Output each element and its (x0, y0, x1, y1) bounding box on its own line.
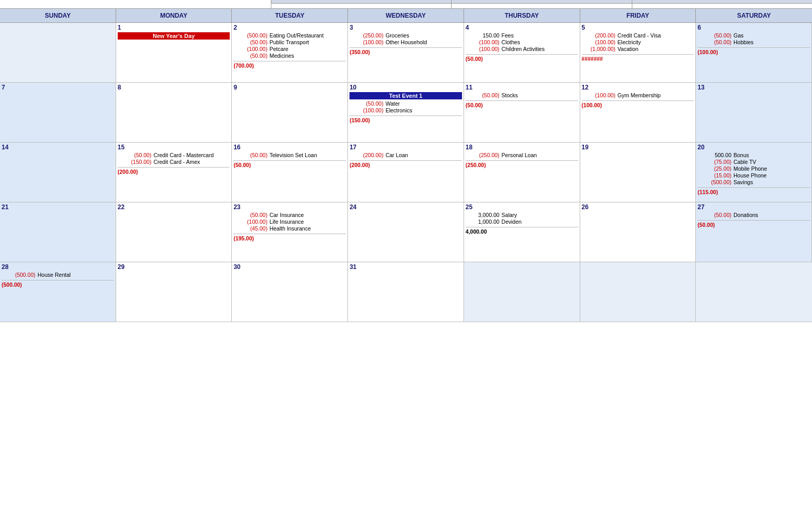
event-banner[interactable]: New Year's Day (118, 32, 230, 40)
entry: (50.00)Public Transport (233, 39, 346, 45)
cal-cell[interactable] (580, 262, 696, 322)
entry: (50.00)Medicines (233, 53, 346, 59)
day-number: 7 (2, 84, 114, 91)
entry-desc: Public Transport (269, 39, 309, 45)
cal-cell[interactable]: 8 (116, 83, 232, 143)
cal-cell[interactable]: 23(50.00)Car Insurance(100.00)Life Insur… (232, 202, 348, 262)
cal-cell[interactable]: 26 (580, 202, 696, 262)
entry: 1,000.00Deviden (466, 219, 578, 225)
cal-cell[interactable]: 18(250.00)Personal Loan(250.00) (464, 143, 580, 202)
cal-cell[interactable]: 17(200.00)Car Loan(200.00) (348, 143, 464, 202)
day-header-sunday: SUNDAY (0, 9, 116, 22)
day-header-friday: FRIDAY (580, 9, 696, 22)
entry-desc: Television Set Loan (269, 152, 317, 158)
entry: (500.00)Eating Out/Restaurant (233, 32, 346, 39)
day-number: 15 (118, 144, 230, 151)
entry-desc: Health Insurance (269, 225, 310, 232)
cal-cell[interactable]: 29 (116, 262, 232, 322)
entry-amount: 1,000.00 (466, 219, 499, 225)
cal-cell[interactable]: 20500.00Bonus(75.00)Cable TV(25.00)Mobil… (696, 143, 812, 202)
day-number: 5 (582, 24, 694, 31)
cal-cell[interactable]: 7 (0, 83, 116, 143)
entry-amount: 500.00 (697, 152, 731, 158)
cal-cell[interactable]: 28(500.00)House Rental(500.00) (0, 262, 116, 322)
cal-cell[interactable]: 4150.00Fees(100.00)Clothes(100.00)Childr… (464, 23, 580, 83)
day-number: 13 (697, 84, 810, 91)
cal-cell[interactable]: 16(50.00)Television Set Loan(50.00) (232, 143, 348, 202)
cal-cell[interactable]: 22 (116, 202, 232, 262)
day-number: 26 (582, 203, 694, 211)
entry-amount: 150.00 (466, 32, 499, 39)
entry: (25.00)Mobile Phone (697, 165, 810, 172)
entry-desc: Clothes (502, 39, 520, 45)
entry-amount: (100.00) (233, 219, 267, 225)
cal-cell[interactable]: 253,000.00Salary1,000.00Deviden4,000.00 (464, 202, 580, 262)
entry-amount: (50.00) (118, 152, 152, 158)
cal-cell[interactable] (464, 262, 580, 322)
day-header-wednesday: WEDNESDAY (348, 9, 464, 22)
day-number: 30 (233, 263, 346, 271)
entry-amount: (100.00) (349, 39, 383, 45)
entry-amount: 3,000.00 (466, 212, 499, 218)
cal-cell[interactable]: 14 (0, 143, 116, 202)
event-banner[interactable]: Test Event 1 (349, 92, 462, 99)
entry-amount: (500.00) (233, 32, 267, 39)
cal-cell[interactable]: 9 (232, 83, 348, 143)
cal-cell[interactable]: 13 (696, 83, 812, 143)
entry: (50.00)Gas (697, 32, 810, 39)
entry: (100.00)Life Insurance (233, 219, 346, 225)
day-total: (50.00) (466, 100, 578, 108)
day-total: (195.00) (233, 234, 346, 241)
cal-cell[interactable]: 1New Year's Day (116, 23, 232, 83)
cal-cell[interactable]: 11(50.00)Stocks(50.00) (464, 83, 580, 143)
entry-desc: Life Insurance (269, 219, 304, 225)
cal-cell[interactable]: 15(50.00)Credit Card - Mastercard(150.00… (116, 143, 232, 202)
entry-amount: (50.00) (697, 39, 731, 45)
calendar-header: SUNDAYMONDAYTUESDAYWEDNESDAYTHURSDAYFRID… (0, 9, 812, 23)
entry-desc: Credit Card - Amex (154, 159, 200, 165)
entry: (50.00)Credit Card - Mastercard (118, 152, 230, 158)
entry-amount: (1,000.00) (582, 46, 616, 52)
entry: (50.00)Television Set Loan (233, 152, 346, 158)
cal-cell[interactable]: 27(50.00)Donations(50.00) (696, 202, 812, 262)
day-number: 9 (233, 84, 346, 91)
expenses-block (451, 0, 631, 8)
entry-desc: Other Household (385, 39, 427, 45)
cal-cell[interactable]: 10Test Event 1(50.00)Water(100.00)Electr… (348, 83, 464, 143)
income-block (271, 0, 451, 8)
cal-cell[interactable]: 6(50.00)Gas(50.00)Hobbies(100.00) (696, 23, 812, 83)
entry-amount: (50.00) (466, 92, 499, 98)
day-total: (100.00) (582, 100, 694, 108)
cal-cell[interactable]: 24 (348, 202, 464, 262)
day-number: 18 (466, 144, 578, 151)
entry: (50.00)Hobbies (697, 39, 810, 45)
cal-cell[interactable]: 21 (0, 202, 116, 262)
cal-cell[interactable]: 31 (348, 262, 464, 322)
entry: (150.00)Credit Card - Amex (118, 159, 230, 165)
cal-cell[interactable]: 5(200.00)Credit Card - Visa(100.00)Elect… (580, 23, 696, 83)
calendar-body: 1New Year's Day2(500.00)Eating Out/Resta… (0, 23, 812, 322)
day-number: 11 (466, 84, 578, 91)
day-total: (150.00) (349, 116, 462, 123)
cal-cell[interactable]: 12(100.00)Gym Membership(100.00) (580, 83, 696, 143)
cal-cell[interactable] (0, 23, 116, 83)
entry: (45.00)Health Insurance (233, 225, 346, 232)
day-total: ####### (582, 54, 694, 62)
cal-cell[interactable] (696, 262, 812, 322)
day-total: (200.00) (349, 160, 462, 168)
cal-cell[interactable]: 3(250.00)Groceries(100.00)Other Househol… (348, 23, 464, 83)
entry-amount: (50.00) (233, 53, 267, 59)
entry: (100.00)Petcare (233, 46, 346, 52)
entry-desc: Salary (502, 212, 517, 218)
cal-cell[interactable]: 19 (580, 143, 696, 202)
entry: (75.00)Cable TV (697, 159, 810, 165)
day-number: 10 (349, 84, 462, 91)
cal-cell[interactable]: 30 (232, 262, 348, 322)
cal-cell[interactable]: 2(500.00)Eating Out/Restaurant(50.00)Pub… (232, 23, 348, 83)
entry-amount: (100.00) (582, 39, 616, 45)
entry-amount: (100.00) (349, 107, 383, 113)
day-header-saturday: SATURDAY (696, 9, 812, 22)
app-container: SUNDAYMONDAYTUESDAYWEDNESDAYTHURSDAYFRID… (0, 0, 812, 322)
entry-desc: Donations (733, 212, 758, 218)
entry: (100.00)Electricity (582, 39, 694, 45)
